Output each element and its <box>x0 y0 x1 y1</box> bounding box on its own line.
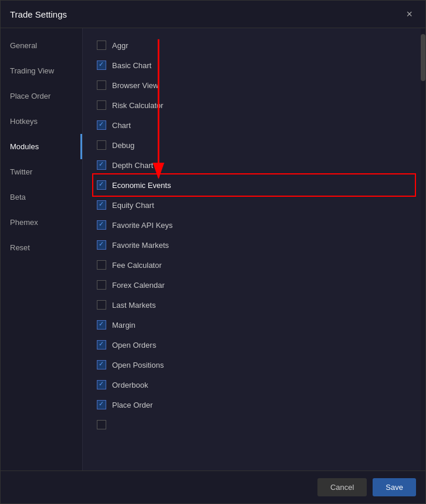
item-label-depth-chart[interactable]: Depth Chart <box>112 161 153 170</box>
checkbox-equity-chart[interactable] <box>97 200 106 210</box>
cancel-button[interactable]: Cancel <box>317 478 367 496</box>
sidebar-item-beta[interactable]: Beta <box>1 184 82 210</box>
list-item: Fee Calculator <box>94 255 414 275</box>
checkbox-orderbook[interactable] <box>97 380 106 389</box>
checkbox-economic-events[interactable] <box>97 180 106 190</box>
checkbox-browser-view[interactable] <box>97 80 106 90</box>
checkbox-margin[interactable] <box>97 320 106 330</box>
item-label-extra[interactable]: ... <box>112 421 119 429</box>
checkbox-risk-calculator[interactable] <box>97 100 106 110</box>
content-area: General Trading View Place Order Hotkeys… <box>1 28 425 471</box>
item-label-aggr[interactable]: Aggr <box>112 41 128 50</box>
list-item: Last Markets <box>94 295 414 315</box>
checkbox-fee-calculator[interactable] <box>97 260 106 270</box>
list-item: Forex Calendar <box>94 275 414 295</box>
trade-settings-dialog: Trade Settings × General Trading View Pl… <box>0 0 426 504</box>
list-item-economic-events: Economic Events <box>94 175 414 195</box>
item-label-margin[interactable]: Margin <box>112 321 136 330</box>
checkbox-favorite-markets[interactable] <box>97 240 106 250</box>
title-bar: Trade Settings × <box>1 1 425 28</box>
list-item: Open Positions <box>94 355 414 375</box>
list-item: Favorite API Keys <box>94 215 414 235</box>
checkbox-chart[interactable] <box>97 120 106 130</box>
list-item: Debug <box>94 135 414 155</box>
save-button[interactable]: Save <box>373 478 416 496</box>
item-label-fee-calculator[interactable]: Fee Calculator <box>112 261 162 270</box>
checkbox-aggr[interactable] <box>97 41 106 50</box>
list-item: Margin <box>94 315 414 335</box>
checkbox-extra[interactable] <box>97 420 106 429</box>
checkbox-basic-chart[interactable] <box>97 61 106 70</box>
item-label-economic-events[interactable]: Economic Events <box>112 181 171 190</box>
list-item: Favorite Markets <box>94 235 414 255</box>
modules-list: Aggr Basic Chart Browser View <box>83 28 425 471</box>
list-item: Chart <box>94 115 414 135</box>
item-label-chart[interactable]: Chart <box>112 121 131 130</box>
list-item: Risk Calculator <box>94 95 414 115</box>
main-content: Aggr Basic Chart Browser View <box>83 28 425 471</box>
checkbox-favorite-api-keys[interactable] <box>97 220 106 230</box>
checkbox-place-order[interactable] <box>97 400 106 409</box>
item-label-last-markets[interactable]: Last Markets <box>112 301 155 310</box>
item-label-orderbook[interactable]: Orderbook <box>112 381 148 389</box>
list-item: Equity Chart <box>94 195 414 215</box>
list-item: Basic Chart <box>94 55 414 75</box>
sidebar-item-modules[interactable]: Modules <box>1 134 82 159</box>
checkbox-open-positions[interactable] <box>97 360 106 369</box>
item-label-basic-chart[interactable]: Basic Chart <box>112 61 151 70</box>
sidebar-item-general[interactable]: General <box>1 33 82 58</box>
sidebar-item-place-order[interactable]: Place Order <box>1 83 82 109</box>
sidebar-item-trading-view[interactable]: Trading View <box>1 58 82 83</box>
item-label-equity-chart[interactable]: Equity Chart <box>112 201 154 210</box>
list-item: Browser View <box>94 75 414 95</box>
list-item: Open Orders <box>94 335 414 355</box>
sidebar-item-hotkeys[interactable]: Hotkeys <box>1 109 82 134</box>
scrollbar-thumb[interactable] <box>421 34 425 81</box>
footer: Cancel Save <box>1 471 425 503</box>
checkbox-debug[interactable] <box>97 140 106 150</box>
item-label-open-orders[interactable]: Open Orders <box>112 341 156 350</box>
list-item: Orderbook <box>94 375 414 395</box>
checkbox-last-markets[interactable] <box>97 300 106 310</box>
list-item: Depth Chart <box>94 155 414 175</box>
item-label-open-positions[interactable]: Open Positions <box>112 361 164 369</box>
sidebar-item-phemex[interactable]: Phemex <box>1 210 82 235</box>
sidebar-item-reset[interactable]: Reset <box>1 235 82 260</box>
scrollbar-track <box>421 28 425 471</box>
checkbox-open-orders[interactable] <box>97 340 106 350</box>
list-item: Place Order <box>94 395 414 415</box>
item-label-risk-calculator[interactable]: Risk Calculator <box>112 101 163 110</box>
item-label-forex-calendar[interactable]: Forex Calendar <box>112 281 165 290</box>
item-label-debug[interactable]: Debug <box>112 141 134 150</box>
item-label-place-order[interactable]: Place Order <box>112 401 153 409</box>
sidebar-item-twitter[interactable]: Twitter <box>1 159 82 184</box>
dialog-title: Trade Settings <box>10 9 67 19</box>
checkbox-depth-chart[interactable] <box>97 160 106 170</box>
item-label-browser-view[interactable]: Browser View <box>112 81 158 90</box>
checkbox-forex-calendar[interactable] <box>97 280 106 290</box>
list-item: Aggr <box>94 35 414 55</box>
close-button[interactable]: × <box>403 8 416 21</box>
sidebar: General Trading View Place Order Hotkeys… <box>1 28 83 471</box>
list-item: ... <box>94 415 414 435</box>
item-label-favorite-api-keys[interactable]: Favorite API Keys <box>112 221 173 230</box>
item-label-favorite-markets[interactable]: Favorite Markets <box>112 241 169 250</box>
